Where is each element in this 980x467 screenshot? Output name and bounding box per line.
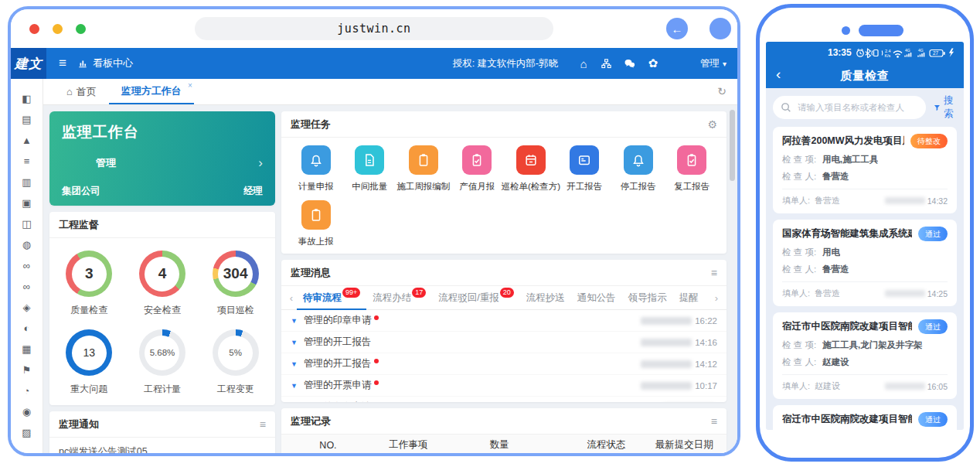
app-logo[interactable]: 建文: [11, 48, 46, 79]
task-label: 巡检单(检查方): [501, 181, 560, 193]
donut-cell[interactable]: 304 项目巡检: [199, 244, 272, 323]
count-badge: 99+: [342, 288, 360, 298]
message-row[interactable]: ▼ 管理的开工报告 14:16: [281, 332, 726, 353]
sidebar-item[interactable]: ◉: [11, 401, 43, 422]
donut-cell[interactable]: 5% 工程变更: [199, 323, 272, 402]
donut-cell[interactable]: 3 质量检查: [53, 244, 126, 323]
message-tab[interactable]: 流程驳回/重报 20: [432, 286, 520, 310]
tab-supervisor-workbench[interactable]: 监理方工作台 ×: [109, 79, 194, 104]
browser-profile-button[interactable]: [709, 18, 731, 39]
back-icon[interactable]: ‹: [776, 66, 781, 83]
user-avatar[interactable]: [672, 53, 694, 74]
sidebar-item[interactable]: ▨: [11, 422, 43, 443]
scrollbar-thumb[interactable]: [730, 110, 735, 181]
divider: [782, 374, 948, 375]
refresh-icon[interactable]: ↻: [717, 85, 726, 97]
menu-icon[interactable]: ≡: [711, 415, 717, 428]
workbench-title: 监理工作台: [62, 122, 263, 142]
scroll-right-icon[interactable]: ›: [711, 292, 722, 304]
task-item[interactable]: 开工报告: [558, 145, 612, 193]
sidebar-item[interactable]: ◍: [11, 234, 43, 255]
browser-back-button[interactable]: ←: [666, 18, 688, 39]
scrollbar[interactable]: [730, 110, 735, 452]
sidebar-toggle-icon[interactable]: ≡: [59, 56, 66, 71]
project-title: 国家体育场智能建筑集成系统建设项目: [782, 227, 912, 240]
inspection-card[interactable]: 国家体育场智能建筑集成系统建设项目 通过 检 查 项: 用电 检 查 人: 鲁营…: [773, 220, 957, 306]
table-header-cell: 数量: [441, 438, 557, 452]
donut-cell[interactable]: 5.68% 工程计量: [126, 323, 199, 402]
search-actions[interactable]: 搜索: [934, 94, 957, 121]
sidebar-item[interactable]: ▣: [11, 193, 43, 213]
sidebar-item[interactable]: ▦: [11, 339, 43, 360]
sidebar-item[interactable]: ⚑: [11, 360, 43, 380]
tab-home[interactable]: ⌂ 首页: [54, 79, 109, 104]
inspection-card[interactable]: 阿拉善200MW风力发电项目风机吊装… 待整改 检 查 项: 用电,施工工具 检…: [773, 127, 957, 213]
sidebar-item[interactable]: ◔: [11, 380, 43, 401]
count-badge: 20: [500, 288, 514, 298]
donut-chart: 3: [66, 251, 112, 297]
sidebar-item[interactable]: ∞: [11, 255, 43, 276]
notice-item[interactable]: pc端发送公告测试05: [49, 438, 275, 456]
inspection-card[interactable]: 宿迁市中医院南院改建项目智能化施工E… 通过 检 查 项: 施工工具,龙门架及井…: [773, 312, 957, 399]
scroll-left-icon[interactable]: ‹: [286, 292, 297, 304]
address-bar[interactable]: justwin.cn: [195, 17, 553, 40]
message-row[interactable]: ▼ 管理的印章申请: [281, 397, 726, 402]
home-icon[interactable]: ⌂: [572, 57, 595, 70]
wechat-icon[interactable]: [618, 58, 641, 70]
board-center-link[interactable]: 看板中心: [77, 56, 133, 70]
sidebar-item[interactable]: ◫: [11, 213, 43, 234]
donut-cell[interactable]: 4 安全检查: [126, 244, 199, 323]
sidebar-item[interactable]: ◧: [11, 88, 43, 109]
search-button[interactable]: 搜索: [944, 94, 957, 121]
message-tab[interactable]: 流程抄送: [520, 286, 571, 310]
menu-icon[interactable]: ≡: [711, 267, 717, 279]
user-menu[interactable]: 管理: [700, 57, 720, 70]
sidebar-item[interactable]: ◐: [11, 318, 43, 339]
sidebar-icon: ▤: [22, 114, 31, 125]
message-row[interactable]: ▼ 管理的开工报告 14:12: [281, 353, 726, 375]
window-zoom-icon[interactable]: [76, 24, 86, 34]
inspection-card[interactable]: 宿迁市中医院南院改建项目智能化施工E… 通过 检 查 项: 脚手架,用电,施工工…: [773, 405, 957, 430]
left-sidebar: ◧ ▤ ▲ ≡ ▥ ▣ ◫ ◍ ∞ ∞: [11, 79, 43, 456]
charging-icon: [949, 49, 954, 57]
table-header-cell: 工作事项: [375, 438, 441, 452]
message-tab[interactable]: 待审流程 99+: [297, 286, 366, 310]
sidebar-item[interactable]: ▤: [11, 109, 43, 130]
message-tab[interactable]: 流程办结 17: [366, 286, 432, 310]
chevron-right-icon[interactable]: ›: [258, 155, 263, 171]
filler-value: 鲁营造: [815, 195, 840, 206]
close-icon[interactable]: ×: [188, 81, 192, 90]
task-item[interactable]: 停工报告: [611, 145, 665, 193]
task-item[interactable]: 事故上报: [289, 200, 343, 247]
task-item[interactable]: 施工周报编制: [396, 145, 451, 193]
message-row[interactable]: ▼ 管理的开票申请 10:17: [281, 375, 726, 397]
sidebar-item[interactable]: ◈: [11, 297, 43, 318]
menu-icon[interactable]: ≡: [260, 418, 266, 431]
donut-cell[interactable]: 13 重大问题: [53, 323, 126, 402]
search-input[interactable]: [796, 102, 918, 113]
message-tab[interactable]: 通知公告: [571, 286, 622, 310]
sidebar-icon: ◈: [23, 302, 31, 313]
task-item[interactable]: 中间批量: [343, 145, 397, 193]
alarm-icon: [857, 49, 863, 56]
workbench-card[interactable]: 监理工作台 管理 › 集团公司 经理: [49, 111, 275, 206]
message-tab[interactable]: 领导指示: [622, 286, 673, 310]
caret-down-icon: ▼: [291, 339, 298, 346]
task-item[interactable]: 产值月报: [451, 145, 505, 193]
badge-flower-icon[interactable]: ✿: [641, 56, 665, 70]
message-row[interactable]: ▼ 管理的印章申请 16:22: [281, 310, 726, 332]
task-item[interactable]: 巡检单(检查方): [504, 145, 558, 193]
org-chart-icon[interactable]: [595, 58, 618, 70]
task-item[interactable]: 复工报告: [665, 145, 720, 193]
gear-icon[interactable]: ⚙: [707, 118, 717, 131]
window-minimize-icon[interactable]: [53, 24, 63, 34]
message-tab-label: 提醒: [679, 291, 699, 305]
task-item[interactable]: 计量申报: [289, 145, 343, 193]
sidebar-item[interactable]: ∞: [11, 276, 43, 297]
message-tab[interactable]: 提醒: [673, 286, 705, 310]
message-tab[interactable]: 系统待办: [705, 286, 711, 310]
sidebar-item[interactable]: ▥: [11, 172, 43, 193]
sidebar-item[interactable]: ≡: [11, 151, 43, 172]
sidebar-item[interactable]: ▲: [11, 130, 43, 151]
window-close-icon[interactable]: [29, 24, 39, 34]
